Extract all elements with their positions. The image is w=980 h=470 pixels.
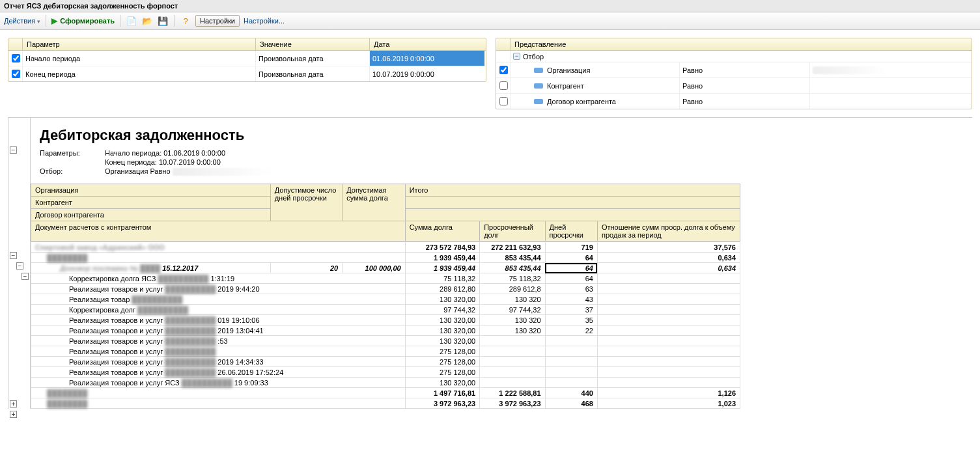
filter-op[interactable]: Равно — [680, 62, 810, 77]
help-icon[interactable]: ? — [180, 15, 191, 27]
param-checkbox[interactable] — [12, 70, 20, 78]
redacted-value — [173, 168, 316, 176]
filter-value[interactable] — [810, 94, 972, 109]
filter-name: Организация — [547, 66, 590, 74]
load-setting-icon[interactable]: 📂 — [141, 15, 153, 27]
report-row[interactable]: Реализация товаров и услуг ██████████ 27… — [31, 346, 740, 357]
report-row[interactable]: Корректировка долг ██████████ 97 744,329… — [31, 305, 740, 315]
settings-link[interactable]: Настройки... — [244, 17, 285, 25]
param-name: Конец периода — [23, 66, 256, 81]
report-area: −−−−++ Дебиторская задолженность Парамет… — [8, 117, 972, 409]
report-row[interactable]: ████████1 939 459,44853 435,44640,634 — [31, 253, 740, 263]
report-row[interactable]: Реализация товаров и услуг ██████████ 20… — [31, 284, 740, 294]
filter-row[interactable]: ОрганизацияРавно — [496, 62, 972, 78]
filter-row[interactable]: Договор контрагентаРавно — [496, 94, 972, 109]
collapse-icon[interactable]: − — [10, 252, 17, 259]
param-name: Начало периода — [23, 51, 256, 66]
report-row[interactable]: ████████3 972 963,233 972 963,234681,023 — [31, 398, 740, 409]
new-setting-icon[interactable]: 📄 — [126, 15, 137, 27]
report-row[interactable]: Реализация товаров и услуг ЯСЗ █████████… — [31, 378, 740, 388]
collapse-icon[interactable]: − — [10, 146, 17, 154]
col-parameter[interactable]: Параметр — [23, 38, 256, 50]
window-title: Отчет ЯСЗ дебиторская задолженность форп… — [0, 0, 980, 12]
expand-icon[interactable]: + — [10, 400, 17, 408]
param-row[interactable]: Конец периодаПроизвольная дата10.07.2019… — [8, 66, 486, 81]
param-value[interactable]: Произвольная дата — [256, 66, 370, 81]
collapse-icon[interactable]: − — [513, 53, 520, 60]
report-row[interactable]: Спиртовой завод «Адринский» ООО273 572 7… — [31, 242, 740, 253]
expand-icon[interactable]: + — [10, 411, 17, 418]
filter-grid: Представление − Отбор ОрганизацияРавноКо… — [496, 38, 972, 109]
play-icon: ▶ — [51, 16, 57, 25]
filter-op[interactable]: Равно — [680, 78, 810, 93]
report-title: Дебиторская задолженность — [31, 118, 972, 148]
report-row[interactable]: Реализация товаров и услуг ██████████ 20… — [31, 357, 740, 367]
save-setting-icon[interactable]: 💾 — [157, 15, 169, 27]
report-row[interactable]: Реализация товаров и услуг ██████████ 26… — [31, 367, 740, 378]
report-header: Организация Допустимое число дней просро… — [31, 184, 740, 242]
toolbar: Действия ▾ ▶ Сформировать 📄 📂 💾 ? Настро… — [0, 12, 980, 30]
filter-checkbox[interactable] — [499, 97, 508, 105]
report-row[interactable]: Реализация товаров и услуг ██████████ 01… — [31, 315, 740, 325]
param-checkbox[interactable] — [12, 54, 20, 62]
report-row[interactable]: Реализация товар ██████████ 130 320,0013… — [31, 294, 740, 305]
report-row[interactable]: Реализация товаров и услуг ██████████ 20… — [31, 325, 740, 336]
equals-icon — [534, 68, 543, 73]
equals-icon — [534, 83, 543, 89]
report-row[interactable]: Договор поставки № ████ 15.12.201720100 … — [31, 263, 740, 273]
filter-root-row[interactable]: − Отбор — [496, 51, 972, 62]
param-date[interactable]: 10.07.2019 0:00:00 — [370, 66, 484, 81]
collapse-icon[interactable]: − — [21, 273, 29, 280]
report-data[interactable]: Спиртовой завод «Адринский» ООО273 572 7… — [31, 242, 740, 409]
col-representation[interactable]: Представление — [511, 38, 972, 50]
equals-icon — [534, 99, 543, 104]
col-date[interactable]: Дата — [370, 38, 484, 50]
filter-row[interactable]: КонтрагентРавно — [496, 78, 972, 94]
filter-op[interactable]: Равно — [680, 94, 810, 109]
report-gutter: −−−−++ — [8, 118, 31, 409]
filter-value[interactable] — [810, 78, 972, 93]
collapse-icon[interactable]: − — [16, 262, 23, 270]
col-value[interactable]: Значение — [256, 38, 370, 50]
filter-checkbox[interactable] — [499, 66, 508, 74]
filter-name: Контрагент — [547, 82, 584, 90]
parameters-grid: Параметр Значение Дата Начало периодаПро… — [8, 38, 486, 82]
report-row[interactable]: Корректировка долга ЯСЗ ██████████ 1:31:… — [31, 273, 740, 284]
param-value[interactable]: Произвольная дата — [256, 51, 370, 66]
report-row[interactable]: ████████1 497 716,811 222 588,814401,126 — [31, 388, 740, 398]
settings-button[interactable]: Настройки — [195, 15, 240, 27]
filter-name: Договор контрагента — [547, 98, 616, 105]
filter-value[interactable] — [810, 62, 972, 77]
report-row[interactable]: Реализация товаров и услуг ██████████ :5… — [31, 336, 740, 346]
report-parameters: Параметры: Начало периода: 01.06.2019 0:… — [31, 148, 972, 184]
filter-checkbox[interactable] — [499, 81, 508, 90]
param-date[interactable]: 01.06.2019 0:00:00 — [370, 51, 484, 66]
actions-menu[interactable]: Действия ▾ — [4, 17, 40, 25]
param-row[interactable]: Начало периодаПроизвольная дата01.06.201… — [8, 51, 486, 66]
generate-button[interactable]: ▶ Сформировать — [51, 16, 115, 25]
